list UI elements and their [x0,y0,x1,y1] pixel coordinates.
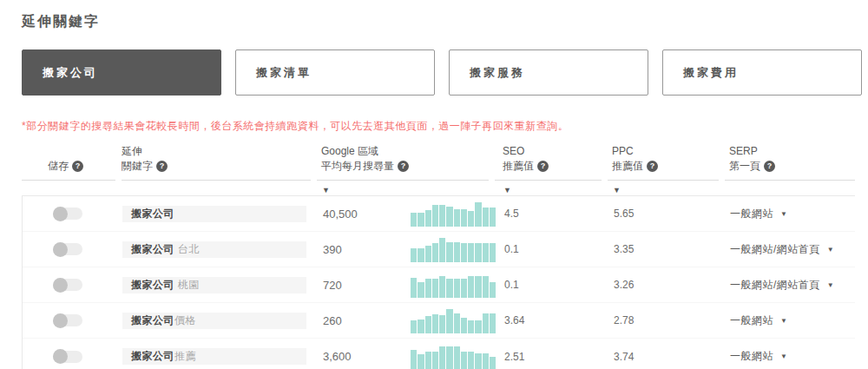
search-volume: 720 [323,279,342,292]
save-toggle[interactable] [53,351,82,363]
search-volume: 260 [323,314,342,327]
tab-keyword-2[interactable]: 搬家清單 [235,49,435,96]
sort-ppc-icon[interactable]: ▼ [613,186,621,194]
help-icon[interactable]: ? [72,161,83,172]
toggle-knob [53,278,68,293]
toggle-knob [53,313,68,328]
save-toggle[interactable] [53,279,82,291]
table-header: 儲存? 延伸 關鍵字? Google 區域 平均每月搜尋量? SEO 推薦值? … [22,144,855,181]
serp-type-dropdown[interactable]: 一般網站/網站首頁▼ [726,278,856,293]
tab-keyword-4[interactable]: 搬家費用 [662,49,862,96]
ppc-score: 3.35 [608,243,726,255]
trend-chart [411,272,496,298]
search-volume: 390 [323,243,342,256]
toggle-knob [53,242,68,257]
chevron-down-icon: ▼ [780,317,787,325]
toggle-knob [53,207,68,221]
header-serp: SERP 第一頁? [725,144,855,181]
table-row: 搬家公司 台北 390 0.1 3.35 一般網站/網站首頁▼ [23,232,855,267]
search-volume: 3,600 [323,350,352,363]
seo-score: 3.64 [496,314,608,326]
keyword-chip: 搬家公司 桃園 [122,277,306,293]
help-icon[interactable]: ? [764,161,775,172]
header-seo: SEO 推薦值? [495,144,602,181]
trend-chart [411,236,496,262]
search-volume: 40,500 [323,208,358,221]
table-row: 搬家公司 桃園 720 0.1 3.26 一般網站/網站首頁▼ [23,267,855,303]
keyword-chip: 搬家公司價格 [122,313,306,329]
ppc-score: 3.74 [608,351,726,363]
sort-volume-icon[interactable]: ▼ [322,186,330,194]
table-row: 搬家公司 40,500 4.5 5.65 一般網站▼ [23,196,855,232]
chevron-down-icon: ▼ [780,353,787,360]
serp-type-dropdown[interactable]: 一般網站/網站首頁▼ [726,242,856,257]
ppc-score: 2.78 [608,314,726,326]
save-toggle[interactable] [53,314,82,326]
seo-score: 0.1 [496,243,608,255]
trend-chart [411,344,496,369]
help-icon[interactable]: ? [647,161,658,172]
table-row: 搬家公司價格 260 3.64 2.78 一般網站▼ [23,303,855,339]
serp-type-dropdown[interactable]: 一般網站▼ [726,349,856,364]
serp-type-dropdown[interactable]: 一般網站▼ [726,313,856,328]
page-title: 延伸關鍵字 [22,13,868,31]
chevron-down-icon: ▼ [780,210,787,218]
sort-seo-icon[interactable]: ▼ [503,186,511,194]
header-keyword: 延伸 關鍵字? [122,144,311,181]
seo-score: 4.5 [496,208,608,220]
seo-score: 2.51 [496,351,608,363]
keywords-table: 儲存? 延伸 關鍵字? Google 區域 平均每月搜尋量? SEO 推薦值? … [22,144,855,369]
keyword-chip: 搬家公司 台北 [122,241,306,258]
help-icon[interactable]: ? [156,161,168,172]
tab-keyword-3[interactable]: 搬家服務 [449,49,648,96]
keyword-chip: 搬家公司 [122,206,306,222]
save-toggle[interactable] [53,243,82,255]
keyword-research-page: 延伸關鍵字 搬家公司 搬家清單 搬家服務 搬家費用 *部分關鍵字的搜尋結果會花較… [0,0,868,369]
chevron-down-icon: ▼ [827,246,834,254]
loading-warning-text: *部分關鍵字的搜尋結果會花較長時間，後台系統會持續跑資料，可以先去逛其他頁面，過… [22,119,868,134]
help-icon[interactable]: ? [398,161,409,172]
tab-keyword-1[interactable]: 搬家公司 [22,49,221,96]
header-save: 儲存? [22,144,115,181]
ppc-score: 3.26 [608,279,726,291]
keyword-tabs: 搬家公司 搬家清單 搬家服務 搬家費用 [22,49,868,96]
trend-chart [411,307,496,333]
ppc-score: 5.65 [608,208,726,220]
serp-type-dropdown[interactable]: 一般網站▼ [726,207,856,221]
chevron-down-icon: ▼ [827,281,834,289]
toggle-knob [53,349,68,364]
keyword-chip: 搬家公司推薦 [122,348,306,365]
trend-chart [411,201,496,227]
seo-score: 0.1 [496,279,608,291]
save-toggle[interactable] [53,208,82,220]
header-volume: Google 區域 平均每月搜尋量? [317,144,489,181]
table-body: 搬家公司 40,500 4.5 5.65 一般網站▼ 搬家公司 台北 390 0… [22,195,855,369]
table-row: 搬家公司推薦 3,600 2.51 3.74 一般網站▼ [23,339,855,369]
sort-row: ▼ ▼ ▼ [22,181,855,195]
help-icon[interactable]: ? [537,161,549,172]
header-ppc: PPC 推薦值? [608,144,719,181]
